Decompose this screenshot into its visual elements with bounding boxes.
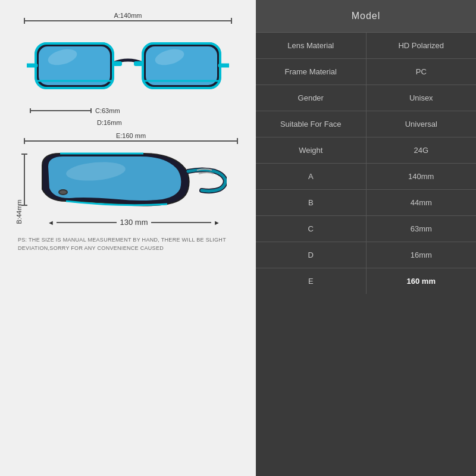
spec-table: Lens MaterialHD PolarizedFrame MaterialP… [256, 33, 476, 476]
spec-key: Gender [256, 85, 367, 111]
spec-value: 44mm [367, 190, 477, 215]
spec-value: Universal [367, 111, 477, 137]
spec-value: PC [367, 59, 477, 84]
dim-e-label: E:160 mm [116, 132, 146, 139]
dim-d-label: D:16mm [97, 119, 122, 126]
svg-rect-8 [113, 61, 122, 66]
spec-row: A140mm [256, 164, 476, 190]
left-panel: A:140mm [0, 0, 256, 476]
spec-row: D16mm [256, 242, 476, 268]
spec-key: E [256, 268, 367, 294]
glasses-side-image [36, 148, 227, 215]
dim-130-label: 130 mm [120, 218, 148, 227]
glasses-front-image [21, 29, 235, 106]
right-panel: Model Lens MaterialHD PolarizedFrame Mat… [256, 0, 476, 476]
spec-row: GenderUnisex [256, 85, 476, 111]
spec-row: E160 mm [256, 268, 476, 294]
spec-value: 24G [367, 137, 477, 163]
spec-key: B [256, 190, 367, 215]
dim-b-label: B:44mm [15, 200, 23, 224]
spec-key: Suitable For Face [256, 111, 367, 137]
spec-row: Suitable For FaceUniversal [256, 111, 476, 137]
spec-row: C63mm [256, 216, 476, 242]
spec-row: B44mm [256, 190, 476, 216]
spec-key: Weight [256, 137, 367, 163]
dim-c-label: C:63mm [95, 107, 120, 114]
spec-table-header: Model [256, 0, 476, 33]
spec-key: Lens Material [256, 33, 367, 58]
spec-value: HD Polarized [367, 33, 477, 58]
spec-row: Lens MaterialHD Polarized [256, 33, 476, 59]
svg-rect-9 [134, 61, 143, 66]
spec-key: C [256, 216, 367, 242]
spec-value: 160 mm [367, 268, 477, 294]
dim-a-label: A:140mm [114, 12, 142, 19]
svg-point-12 [60, 190, 67, 194]
spec-value: Unisex [367, 85, 477, 111]
spec-value: 140mm [367, 164, 477, 189]
spec-key: A [256, 164, 367, 189]
ps-note: PS: THE SIZE IS MANUAL MEASUREMENT BY HA… [18, 236, 232, 252]
spec-value: 63mm [367, 216, 477, 242]
spec-value: 16mm [367, 242, 477, 268]
spec-row: Frame MaterialPC [256, 59, 476, 85]
spec-key: Frame Material [256, 59, 367, 84]
spec-row: Weight24G [256, 137, 476, 164]
spec-key: D [256, 242, 367, 268]
